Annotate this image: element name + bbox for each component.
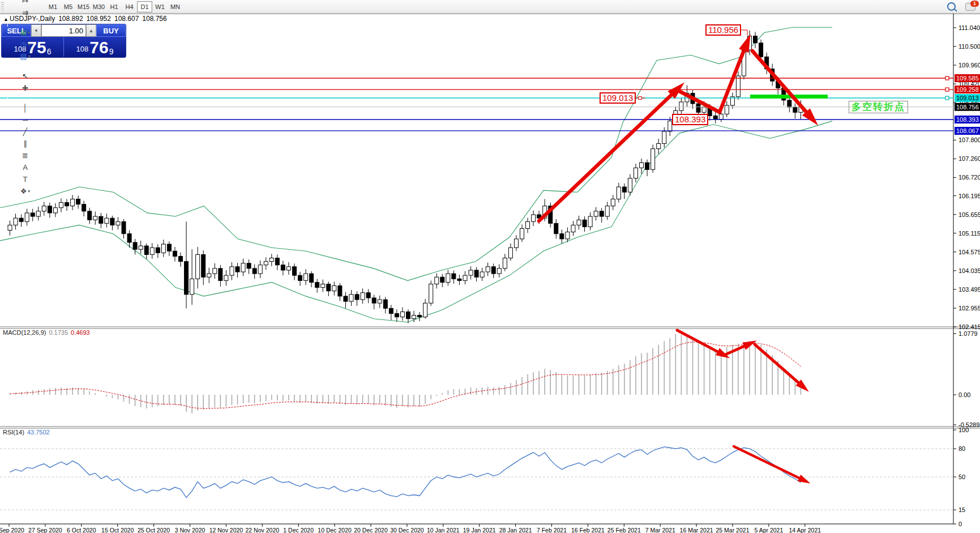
candle-body bbox=[321, 284, 325, 287]
timeframe-m5[interactable]: M5 bbox=[61, 1, 76, 12]
candle-body bbox=[133, 242, 137, 249]
candle-body bbox=[566, 232, 570, 239]
date-axis-label: 19 Jan 2021 bbox=[463, 527, 496, 533]
candle-body bbox=[327, 284, 331, 291]
volume-input[interactable] bbox=[41, 24, 86, 37]
timeframe-mn[interactable]: MN bbox=[168, 1, 183, 12]
macd-label: MACD(12,26,9)0.17350.4693 bbox=[3, 329, 90, 336]
candle-body bbox=[378, 300, 382, 303]
shapes-button[interactable]: ❖▾ bbox=[6, 185, 45, 197]
volume-increase-button[interactable]: ▲ bbox=[86, 24, 96, 37]
add-indicator-icon-dropdown[interactable]: ▾ bbox=[28, 30, 30, 35]
trend-arrow[interactable] bbox=[752, 51, 812, 119]
candle-body bbox=[253, 268, 256, 274]
buy-button[interactable]: BUY bbox=[96, 24, 126, 37]
search-button[interactable] bbox=[944, 1, 959, 12]
candle-body bbox=[480, 272, 484, 277]
candle-body bbox=[31, 213, 35, 216]
crosshair-button[interactable]: ✚ bbox=[6, 82, 45, 94]
price-line-handle[interactable] bbox=[945, 88, 949, 91]
trend-arrow[interactable] bbox=[539, 88, 678, 221]
buy-price[interactable]: 108 76 9 bbox=[64, 37, 126, 57]
support-annotation-handle[interactable] bbox=[639, 97, 641, 100]
chart-canvas[interactable]: 111.040110.500109.960109.420108.880107.8… bbox=[0, 0, 980, 533]
text-button[interactable]: A bbox=[6, 161, 45, 173]
candle-body bbox=[59, 203, 63, 208]
date-axis-label: 7 Sep 2020 bbox=[0, 527, 24, 533]
price-axis-tick-label: 106.195 bbox=[958, 193, 980, 199]
candle-body bbox=[241, 263, 245, 272]
low-price-annotation[interactable]: 108.393 bbox=[672, 114, 708, 125]
support-price-annotation[interactable]: 109.013 bbox=[600, 92, 636, 104]
periods-button[interactable]: ◷▾ bbox=[6, 39, 45, 50]
trendline-button[interactable]: ╱ bbox=[6, 126, 45, 138]
templates-icon-dropdown[interactable]: ▾ bbox=[28, 54, 31, 59]
timeframe-m1[interactable]: M1 bbox=[45, 1, 61, 12]
pivot-note-annotation[interactable]: 多空转折点 bbox=[849, 101, 908, 113]
periods-icon-dropdown[interactable]: ▾ bbox=[28, 42, 30, 47]
candle-body bbox=[793, 107, 797, 112]
peak-price-annotation[interactable]: 110.956 bbox=[705, 24, 741, 36]
candle-body bbox=[315, 282, 319, 287]
timeframe-w1[interactable]: W1 bbox=[152, 1, 168, 12]
vertical-line-button[interactable]: │ bbox=[6, 102, 45, 114]
horizontal-line-button[interactable]: ─ bbox=[6, 114, 45, 126]
text-label-button[interactable]: T bbox=[6, 173, 45, 185]
trend-arrow[interactable] bbox=[755, 344, 804, 387]
pivot-zone-bar[interactable] bbox=[750, 95, 828, 99]
candle-body bbox=[486, 267, 490, 272]
trend-arrow[interactable] bbox=[734, 446, 805, 481]
shapes-icon-dropdown[interactable]: ▾ bbox=[28, 189, 30, 194]
candle-body bbox=[554, 223, 558, 233]
candle-body bbox=[588, 216, 592, 227]
templates-button[interactable]: ▤▾ bbox=[6, 50, 45, 62]
candle-body bbox=[230, 267, 234, 275]
timeframe-h4[interactable]: H4 bbox=[122, 1, 137, 12]
timeframe-d1[interactable]: D1 bbox=[137, 1, 152, 12]
candle-body bbox=[395, 314, 399, 317]
macd-axis-label: 1.0779 bbox=[958, 330, 978, 337]
candle-body bbox=[497, 268, 501, 274]
ohlc-open: 108.892 bbox=[58, 15, 83, 23]
candle-body bbox=[202, 254, 206, 277]
candle-body bbox=[611, 199, 615, 206]
periods-icon: ◷ bbox=[20, 40, 27, 49]
channel-button[interactable]: ∥ bbox=[6, 138, 45, 150]
date-axis-label: 16 Feb 2021 bbox=[571, 527, 605, 533]
timeframe-h1[interactable]: H1 bbox=[106, 1, 122, 12]
candle-body bbox=[514, 239, 518, 248]
fibonacci-button[interactable]: ≣ bbox=[6, 150, 45, 161]
price-line-handle[interactable] bbox=[945, 76, 949, 80]
add-indicator-button[interactable]: ⊞▾ bbox=[6, 27, 45, 39]
cursor-button[interactable]: ↖ bbox=[6, 70, 45, 82]
date-axis-label: 14 Apr 2021 bbox=[789, 527, 821, 533]
candle-body bbox=[594, 211, 598, 216]
text-label-icon: T bbox=[23, 175, 28, 184]
date-axis-label: 25 Feb 2021 bbox=[607, 527, 641, 533]
candle-body bbox=[338, 286, 342, 296]
price-axis-tick-label: 110.500 bbox=[958, 43, 980, 50]
toolbar-grip[interactable] bbox=[1, 2, 4, 11]
date-axis-label: 22 Nov 2020 bbox=[246, 527, 280, 533]
chat-icon[interactable]: 1 bbox=[965, 3, 975, 11]
auto-scroll-button[interactable]: ↦ bbox=[6, 0, 45, 7]
date-axis-label: 28 Jan 2021 bbox=[499, 527, 532, 533]
candle-body bbox=[469, 270, 473, 275]
macd-name: MACD(12,26,9) bbox=[3, 329, 46, 336]
candle-body bbox=[258, 265, 262, 274]
candle-body bbox=[383, 300, 387, 308]
candle-body bbox=[440, 277, 444, 282]
timeframe-m15[interactable]: M15 bbox=[76, 1, 91, 12]
candle-body bbox=[161, 244, 165, 253]
candle-body bbox=[640, 163, 644, 168]
price-marker-label: 109.258 bbox=[956, 86, 979, 93]
candle-body bbox=[628, 178, 632, 192]
chart-shift-button[interactable]: ⇉ bbox=[6, 7, 45, 19]
price-line-handle[interactable] bbox=[945, 96, 949, 100]
candle-body bbox=[503, 258, 507, 268]
horizontal-line-icon: ─ bbox=[23, 116, 28, 124]
trend-arrow[interactable] bbox=[677, 330, 724, 355]
candle-body bbox=[281, 265, 285, 270]
timeframe-m30[interactable]: M30 bbox=[91, 1, 106, 12]
candle-body bbox=[8, 225, 12, 230]
